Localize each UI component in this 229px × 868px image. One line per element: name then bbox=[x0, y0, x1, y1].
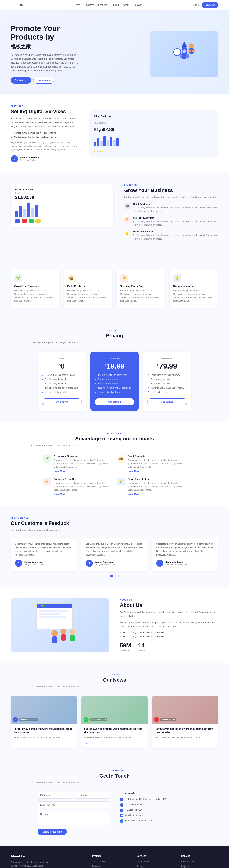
svg-marker-2 bbox=[182, 41, 187, 47]
grow-items: 📦 Build Products Far far away, behind th… bbox=[124, 203, 218, 241]
about-para2: Separated they live in Bookmarksgrove ri… bbox=[120, 621, 218, 628]
nav-link-home[interactable]: Home bbox=[74, 4, 80, 6]
testimonial-avatar-2: J bbox=[156, 560, 163, 567]
form-lastname bbox=[75, 792, 109, 799]
selling-check1: Far far away, behind the word mountains bbox=[11, 131, 79, 134]
nav-link-pricing[interactable]: Pricing bbox=[112, 4, 119, 6]
feature-std-1: Far far away the word bbox=[95, 378, 135, 380]
dot-2[interactable] bbox=[115, 576, 116, 577]
grow-item-desc-1: Far far away, behind the world mountains… bbox=[133, 220, 218, 227]
news-author-name-1: Posted by Khan bbox=[90, 718, 107, 721]
email-input[interactable] bbox=[38, 801, 109, 808]
advantage-link-3[interactable]: Learn More bbox=[128, 493, 139, 495]
lastname-input[interactable] bbox=[75, 792, 109, 799]
advantage-link-2[interactable]: Learn More bbox=[54, 493, 65, 495]
dash-btn-4 bbox=[35, 219, 41, 223]
pricing-card-standard: Standard $19.99 There's the blind texts … bbox=[90, 351, 139, 411]
grow-dashboard-card: Prime Dashboard Total Revenue $1,502.89 bbox=[11, 184, 113, 227]
svg-point-17 bbox=[44, 605, 45, 607]
feature-icon-1: 📦 bbox=[67, 274, 75, 282]
btn-plan-free[interactable]: Get Started bbox=[42, 399, 82, 405]
author-info: Lukas Goldmann Designer / Product Lead bbox=[20, 156, 41, 161]
testimonial-text-0: Separated they live in Bookmarksgrove ri… bbox=[15, 542, 73, 557]
features-grid: 🌱 Grow Your Business Far from the questi… bbox=[11, 269, 218, 308]
grow-icon-ideas: 💡 bbox=[124, 230, 131, 237]
news-arrow-2[interactable]: → bbox=[155, 741, 158, 745]
footer-service-link-0[interactable]: About Launch bbox=[137, 861, 150, 863]
news-arrow-1[interactable]: → bbox=[84, 741, 88, 745]
learn-more-button[interactable]: Learn More bbox=[33, 77, 54, 84]
news-image-2: R Posted by Rob bbox=[152, 696, 218, 724]
bar-4 bbox=[103, 136, 106, 146]
news-author-1: K Posted by Khan bbox=[84, 717, 107, 722]
author-avatar: L bbox=[11, 155, 18, 162]
advantage-link-0[interactable]: Learn More bbox=[54, 470, 65, 473]
advantage-1: 📦 Build Products Far far away, behind th… bbox=[117, 455, 186, 473]
feature-text-1: Far from the question Vokalia and Conson… bbox=[67, 289, 109, 303]
footer-contact-link-0[interactable]: About Launch bbox=[181, 861, 194, 863]
selling-check2: Far far away, behind the word mountains bbox=[11, 136, 79, 138]
news-image-0: J Posted by James bbox=[11, 696, 77, 724]
news-arrow-0[interactable]: → bbox=[13, 741, 17, 745]
advantages-subtitle: Far from the question Vokalia and Conson… bbox=[11, 444, 100, 447]
dot-1[interactable] bbox=[110, 576, 113, 577]
feature-title-3: Bring Ideas to Life bbox=[173, 285, 215, 288]
testimonial-role-0: Designer / Product Lead bbox=[24, 563, 45, 565]
feature-card-3: 💡 Bring Ideas to Life Far from the quest… bbox=[170, 269, 218, 308]
star-3: ★ bbox=[99, 150, 101, 153]
news-author-avatar-1: K bbox=[84, 717, 89, 722]
nav-link-features[interactable]: Features bbox=[98, 4, 107, 6]
email-icon: ✉️ bbox=[120, 814, 124, 817]
contact-label: GET IN TOUCH bbox=[11, 770, 218, 772]
sign-in-button[interactable]: Sign In bbox=[192, 4, 199, 6]
nav-link-chapters[interactable]: Chapters bbox=[85, 4, 94, 6]
firstname-input[interactable] bbox=[38, 792, 72, 799]
advantage-title-0: Grow Your Business bbox=[54, 455, 112, 458]
feature-title-0: Grow Your Business bbox=[14, 285, 56, 288]
feature-card-0: 🌱 Grow Your Business Far from the questi… bbox=[11, 269, 59, 308]
footer-service-link-1[interactable]: Projects bbox=[137, 865, 144, 868]
news-author-2: R Posted by Rob bbox=[154, 717, 176, 722]
grow-icon-success: ☀️ bbox=[124, 217, 131, 223]
svg-rect-26 bbox=[70, 635, 75, 642]
news-title: Our News bbox=[11, 677, 218, 683]
news-text-1: behind the word mountains far from the c… bbox=[84, 736, 145, 739]
btn-plan-premium[interactable]: Get Started bbox=[147, 399, 187, 405]
dot-3[interactable] bbox=[118, 576, 119, 577]
stat-downloads-label: Downloads bbox=[120, 649, 131, 651]
advantage-link-1[interactable]: Learn More bbox=[128, 470, 139, 473]
register-button[interactable]: Register bbox=[202, 2, 218, 8]
advantage-text-1: Build Products Far far away, behind the … bbox=[128, 455, 186, 473]
footer-services-title: Services bbox=[137, 855, 174, 857]
selling-section: FEATURES Selling Digital Services Far fa… bbox=[0, 94, 229, 173]
news-author-name-0: Posted by James bbox=[19, 718, 38, 721]
author-name: Lukas Goldmann bbox=[20, 156, 41, 159]
about-check1: Far far away behind the word mountains bbox=[120, 631, 218, 634]
feature-card-1: 📦 Build Products Far from the question V… bbox=[64, 269, 112, 308]
grow-item-desc-0: Far far away, behind the world mountains… bbox=[133, 206, 218, 213]
grow-label: FEATURES bbox=[124, 184, 218, 186]
nav-link-about[interactable]: About bbox=[123, 4, 129, 6]
btn-plan-standard[interactable]: Get Started bbox=[95, 399, 135, 405]
grow-item-title-2: Bring Ideas to Life bbox=[133, 230, 218, 233]
about-illustration bbox=[33, 600, 87, 650]
advantage-icon-3: 💡 bbox=[117, 477, 125, 486]
selling-title: Selling Digital Services bbox=[11, 109, 79, 115]
contact-info: Contact Info 📍 413 Raymond Rd Salmonsen … bbox=[120, 792, 191, 835]
news-body-1: Far far away behind the word mountains f… bbox=[81, 724, 148, 748]
advantage-2: ☀️ Success Every Day Far far away, behin… bbox=[43, 477, 112, 496]
bar-g4 bbox=[27, 204, 30, 217]
message-input[interactable] bbox=[38, 811, 109, 825]
get-started-button[interactable]: Get Started bbox=[11, 77, 31, 84]
footer-contact-link-1[interactable]: Projects bbox=[181, 865, 189, 868]
phone1-text: +1(123)-456-7890 bbox=[125, 803, 142, 806]
hero-section: Promote Your Products by 模板之家 Far far aw… bbox=[0, 10, 229, 94]
submit-button[interactable]: Leave a message bbox=[38, 829, 67, 835]
nav-link-contact[interactable]: Contact bbox=[133, 4, 141, 6]
footer-project-link-0[interactable]: About Launch bbox=[92, 861, 105, 863]
svg-point-5 bbox=[183, 50, 186, 53]
footer-project-link-1[interactable]: Projects bbox=[92, 865, 100, 868]
svg-point-6 bbox=[189, 43, 194, 48]
svg-rect-24 bbox=[61, 634, 66, 641]
about-title: About Us bbox=[120, 602, 218, 608]
